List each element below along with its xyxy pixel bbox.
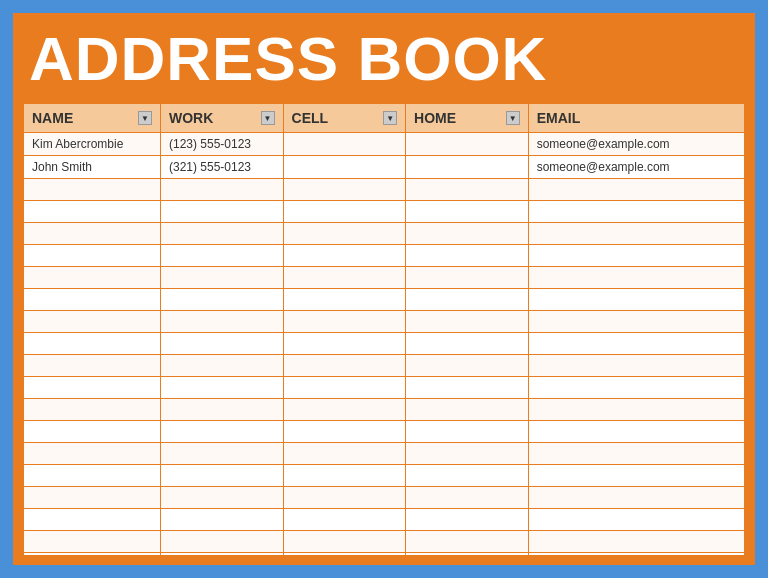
cell-home[interactable] — [406, 133, 529, 156]
cell-cell[interactable] — [283, 311, 406, 333]
cell-name[interactable] — [24, 311, 161, 333]
cell-cell[interactable] — [283, 531, 406, 553]
cell-home[interactable] — [406, 487, 529, 509]
cell-cell[interactable] — [283, 421, 406, 443]
cell-name[interactable]: John Smith — [24, 156, 161, 179]
cell-work[interactable] — [160, 223, 283, 245]
cell-email[interactable] — [528, 465, 744, 487]
cell-name[interactable] — [24, 465, 161, 487]
cell-name[interactable] — [24, 289, 161, 311]
cell-work[interactable] — [160, 267, 283, 289]
cell-name[interactable] — [24, 245, 161, 267]
cell-work[interactable] — [160, 421, 283, 443]
cell-home[interactable] — [406, 245, 529, 267]
cell-cell[interactable] — [283, 156, 406, 179]
cell-home[interactable] — [406, 399, 529, 421]
cell-name[interactable] — [24, 377, 161, 399]
cell-email[interactable] — [528, 201, 744, 223]
cell-email[interactable] — [528, 179, 744, 201]
cell-work[interactable] — [160, 179, 283, 201]
cell-work[interactable] — [160, 311, 283, 333]
cell-dropdown-arrow[interactable]: ▼ — [383, 111, 397, 125]
cell-email[interactable] — [528, 223, 744, 245]
cell-name[interactable]: Kim Abercrombie — [24, 133, 161, 156]
cell-email[interactable]: someone@example.com — [528, 156, 744, 179]
cell-home[interactable] — [406, 443, 529, 465]
cell-cell[interactable] — [283, 333, 406, 355]
cell-work[interactable] — [160, 201, 283, 223]
cell-home[interactable] — [406, 201, 529, 223]
cell-email[interactable] — [528, 399, 744, 421]
cell-email[interactable] — [528, 355, 744, 377]
cell-work[interactable]: (321) 555-0123 — [160, 156, 283, 179]
cell-email[interactable] — [528, 487, 744, 509]
cell-home[interactable] — [406, 553, 529, 557]
cell-work[interactable] — [160, 333, 283, 355]
cell-work[interactable]: (123) 555-0123 — [160, 133, 283, 156]
cell-email[interactable] — [528, 509, 744, 531]
cell-name[interactable] — [24, 201, 161, 223]
cell-email[interactable] — [528, 531, 744, 553]
cell-email[interactable] — [528, 245, 744, 267]
cell-home[interactable] — [406, 156, 529, 179]
cell-work[interactable] — [160, 245, 283, 267]
cell-name[interactable] — [24, 509, 161, 531]
cell-cell[interactable] — [283, 133, 406, 156]
cell-name[interactable] — [24, 487, 161, 509]
cell-cell[interactable] — [283, 355, 406, 377]
cell-home[interactable] — [406, 311, 529, 333]
cell-cell[interactable] — [283, 267, 406, 289]
cell-home[interactable] — [406, 509, 529, 531]
cell-work[interactable] — [160, 399, 283, 421]
work-dropdown-arrow[interactable]: ▼ — [261, 111, 275, 125]
cell-email[interactable]: someone@example.com — [528, 133, 744, 156]
cell-cell[interactable] — [283, 487, 406, 509]
cell-home[interactable] — [406, 179, 529, 201]
cell-work[interactable] — [160, 487, 283, 509]
cell-work[interactable] — [160, 509, 283, 531]
cell-email[interactable] — [528, 377, 744, 399]
cell-name[interactable] — [24, 443, 161, 465]
cell-cell[interactable] — [283, 465, 406, 487]
cell-home[interactable] — [406, 377, 529, 399]
cell-name[interactable] — [24, 399, 161, 421]
cell-cell[interactable] — [283, 201, 406, 223]
cell-work[interactable] — [160, 553, 283, 557]
cell-home[interactable] — [406, 333, 529, 355]
cell-name[interactable] — [24, 531, 161, 553]
name-dropdown-arrow[interactable]: ▼ — [138, 111, 152, 125]
cell-cell[interactable] — [283, 223, 406, 245]
cell-email[interactable] — [528, 311, 744, 333]
cell-home[interactable] — [406, 289, 529, 311]
cell-home[interactable] — [406, 355, 529, 377]
cell-cell[interactable] — [283, 399, 406, 421]
cell-work[interactable] — [160, 289, 283, 311]
cell-home[interactable] — [406, 531, 529, 553]
cell-name[interactable] — [24, 333, 161, 355]
cell-work[interactable] — [160, 443, 283, 465]
cell-name[interactable] — [24, 267, 161, 289]
cell-cell[interactable] — [283, 289, 406, 311]
cell-work[interactable] — [160, 355, 283, 377]
cell-cell[interactable] — [283, 509, 406, 531]
cell-cell[interactable] — [283, 553, 406, 557]
cell-email[interactable] — [528, 267, 744, 289]
cell-cell[interactable] — [283, 179, 406, 201]
cell-home[interactable] — [406, 223, 529, 245]
cell-cell[interactable] — [283, 443, 406, 465]
cell-name[interactable] — [24, 355, 161, 377]
cell-work[interactable] — [160, 465, 283, 487]
cell-work[interactable] — [160, 531, 283, 553]
cell-name[interactable] — [24, 179, 161, 201]
cell-cell[interactable] — [283, 377, 406, 399]
cell-email[interactable] — [528, 289, 744, 311]
cell-email[interactable] — [528, 443, 744, 465]
cell-cell[interactable] — [283, 245, 406, 267]
cell-name[interactable] — [24, 553, 161, 557]
cell-home[interactable] — [406, 465, 529, 487]
cell-home[interactable] — [406, 267, 529, 289]
cell-email[interactable] — [528, 333, 744, 355]
cell-home[interactable] — [406, 421, 529, 443]
cell-work[interactable] — [160, 377, 283, 399]
cell-email[interactable] — [528, 553, 744, 557]
